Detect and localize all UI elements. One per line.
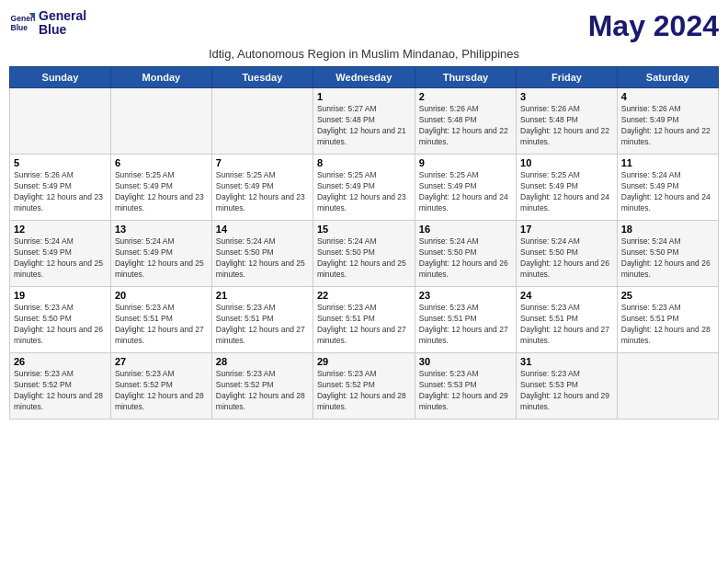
calendar-cell: 21Sunrise: 5:23 AMSunset: 5:51 PMDayligh… [211, 287, 313, 353]
day-info: Sunrise: 5:25 AMSunset: 5:49 PMDaylight:… [216, 170, 309, 214]
week-row-4: 26Sunrise: 5:23 AMSunset: 5:52 PMDayligh… [10, 353, 719, 419]
day-info: Sunrise: 5:23 AMSunset: 5:52 PMDaylight:… [14, 369, 107, 413]
day-number: 21 [216, 290, 309, 301]
calendar-cell: 10Sunrise: 5:25 AMSunset: 5:49 PMDayligh… [517, 155, 618, 221]
day-info: Sunrise: 5:26 AMSunset: 5:48 PMDaylight:… [520, 104, 613, 148]
svg-text:Blue: Blue [11, 23, 28, 32]
day-info: Sunrise: 5:26 AMSunset: 5:48 PMDaylight:… [419, 104, 512, 148]
day-number: 18 [621, 224, 714, 235]
calendar-cell: 25Sunrise: 5:23 AMSunset: 5:51 PMDayligh… [617, 287, 718, 353]
calendar-cell [110, 88, 211, 155]
weekday-header-saturday: Saturday [617, 67, 718, 88]
day-number: 12 [14, 224, 107, 235]
calendar-cell: 8Sunrise: 5:25 AMSunset: 5:49 PMDaylight… [313, 155, 415, 221]
day-info: Sunrise: 5:23 AMSunset: 5:51 PMDaylight:… [115, 303, 208, 347]
calendar-cell: 2Sunrise: 5:26 AMSunset: 5:48 PMDaylight… [415, 88, 516, 155]
day-number: 13 [115, 224, 208, 235]
month-title: May 2024 [588, 9, 719, 43]
calendar-cell: 1Sunrise: 5:27 AMSunset: 5:48 PMDaylight… [313, 88, 415, 155]
day-info: Sunrise: 5:24 AMSunset: 5:49 PMDaylight:… [14, 236, 107, 281]
calendar-cell [10, 88, 111, 155]
day-number: 26 [14, 356, 107, 367]
day-number: 15 [317, 224, 411, 235]
day-number: 23 [419, 290, 512, 301]
weekday-header-monday: Monday [110, 67, 211, 88]
weekday-header-sunday: Sunday [10, 67, 111, 88]
calendar-cell: 27Sunrise: 5:23 AMSunset: 5:52 PMDayligh… [110, 353, 211, 419]
day-number: 28 [216, 356, 309, 367]
day-info: Sunrise: 5:23 AMSunset: 5:51 PMDaylight:… [621, 303, 714, 347]
logo: General Blue General Blue [9, 9, 86, 38]
day-info: Sunrise: 5:24 AMSunset: 5:50 PMDaylight:… [419, 236, 512, 281]
day-info: Sunrise: 5:24 AMSunset: 5:49 PMDaylight:… [621, 170, 714, 214]
day-number: 24 [520, 290, 613, 301]
day-info: Sunrise: 5:26 AMSunset: 5:49 PMDaylight:… [14, 170, 107, 214]
day-number: 9 [419, 157, 512, 168]
day-number: 6 [115, 157, 208, 168]
day-info: Sunrise: 5:25 AMSunset: 5:49 PMDaylight:… [419, 170, 512, 214]
day-info: Sunrise: 5:23 AMSunset: 5:51 PMDaylight:… [419, 303, 512, 347]
day-number: 8 [317, 157, 411, 168]
calendar-cell: 26Sunrise: 5:23 AMSunset: 5:52 PMDayligh… [10, 353, 111, 419]
day-info: Sunrise: 5:25 AMSunset: 5:49 PMDaylight:… [115, 170, 208, 214]
day-number: 11 [621, 157, 714, 168]
day-info: Sunrise: 5:27 AMSunset: 5:48 PMDaylight:… [317, 104, 411, 148]
calendar-cell: 28Sunrise: 5:23 AMSunset: 5:52 PMDayligh… [211, 353, 313, 419]
calendar-cell: 23Sunrise: 5:23 AMSunset: 5:51 PMDayligh… [415, 287, 516, 353]
calendar-table: SundayMondayTuesdayWednesdayThursdayFrid… [9, 66, 719, 419]
calendar-cell: 16Sunrise: 5:24 AMSunset: 5:50 PMDayligh… [415, 221, 516, 287]
day-number: 1 [317, 91, 411, 102]
calendar-cell: 12Sunrise: 5:24 AMSunset: 5:49 PMDayligh… [10, 221, 111, 287]
day-number: 22 [317, 290, 411, 301]
calendar-cell: 13Sunrise: 5:24 AMSunset: 5:49 PMDayligh… [110, 221, 211, 287]
day-info: Sunrise: 5:23 AMSunset: 5:53 PMDaylight:… [419, 369, 512, 413]
calendar-cell: 14Sunrise: 5:24 AMSunset: 5:50 PMDayligh… [211, 221, 313, 287]
day-info: Sunrise: 5:25 AMSunset: 5:49 PMDaylight:… [317, 170, 411, 214]
logo-text-line2: Blue [39, 23, 86, 37]
day-number: 5 [14, 157, 107, 168]
day-number: 3 [520, 91, 613, 102]
svg-text:General: General [11, 15, 35, 24]
week-row-2: 12Sunrise: 5:24 AMSunset: 5:49 PMDayligh… [10, 221, 719, 287]
day-info: Sunrise: 5:23 AMSunset: 5:51 PMDaylight:… [317, 303, 411, 347]
calendar-cell: 17Sunrise: 5:24 AMSunset: 5:50 PMDayligh… [517, 221, 618, 287]
day-number: 30 [419, 356, 512, 367]
day-info: Sunrise: 5:25 AMSunset: 5:49 PMDaylight:… [520, 170, 613, 214]
calendar-cell: 29Sunrise: 5:23 AMSunset: 5:52 PMDayligh… [313, 353, 415, 419]
logo-icon: General Blue [9, 10, 35, 36]
calendar-cell: 30Sunrise: 5:23 AMSunset: 5:53 PMDayligh… [415, 353, 516, 419]
calendar-cell: 31Sunrise: 5:23 AMSunset: 5:53 PMDayligh… [517, 353, 618, 419]
weekday-header-friday: Friday [517, 67, 618, 88]
day-number: 4 [621, 91, 714, 102]
subtitle: Idtig, Autonomous Region in Muslim Minda… [9, 47, 719, 61]
day-info: Sunrise: 5:24 AMSunset: 5:50 PMDaylight:… [520, 236, 613, 281]
logo-text-line1: General [39, 9, 86, 23]
day-number: 2 [419, 91, 512, 102]
day-info: Sunrise: 5:23 AMSunset: 5:51 PMDaylight:… [520, 303, 613, 347]
header: General Blue General Blue May 2024 [9, 9, 719, 43]
calendar-cell: 15Sunrise: 5:24 AMSunset: 5:50 PMDayligh… [313, 221, 415, 287]
calendar-cell: 19Sunrise: 5:23 AMSunset: 5:50 PMDayligh… [10, 287, 111, 353]
day-number: 31 [520, 356, 613, 367]
weekday-header-tuesday: Tuesday [211, 67, 313, 88]
day-info: Sunrise: 5:24 AMSunset: 5:50 PMDaylight:… [621, 236, 714, 281]
day-info: Sunrise: 5:23 AMSunset: 5:52 PMDaylight:… [216, 369, 309, 413]
weekday-header-thursday: Thursday [415, 67, 516, 88]
day-number: 10 [520, 157, 613, 168]
day-info: Sunrise: 5:23 AMSunset: 5:50 PMDaylight:… [14, 303, 107, 347]
day-number: 29 [317, 356, 411, 367]
calendar-cell: 22Sunrise: 5:23 AMSunset: 5:51 PMDayligh… [313, 287, 415, 353]
calendar-cell: 18Sunrise: 5:24 AMSunset: 5:50 PMDayligh… [617, 221, 718, 287]
day-number: 7 [216, 157, 309, 168]
day-number: 20 [115, 290, 208, 301]
weekday-header-row: SundayMondayTuesdayWednesdayThursdayFrid… [10, 67, 719, 88]
calendar-cell: 3Sunrise: 5:26 AMSunset: 5:48 PMDaylight… [517, 88, 618, 155]
calendar-cell: 11Sunrise: 5:24 AMSunset: 5:49 PMDayligh… [617, 155, 718, 221]
day-number: 16 [419, 224, 512, 235]
day-info: Sunrise: 5:24 AMSunset: 5:50 PMDaylight:… [317, 236, 411, 281]
day-info: Sunrise: 5:23 AMSunset: 5:51 PMDaylight:… [216, 303, 309, 347]
calendar-cell: 4Sunrise: 5:26 AMSunset: 5:49 PMDaylight… [617, 88, 718, 155]
weekday-header-wednesday: Wednesday [313, 67, 415, 88]
day-info: Sunrise: 5:24 AMSunset: 5:50 PMDaylight:… [216, 236, 309, 281]
day-info: Sunrise: 5:26 AMSunset: 5:49 PMDaylight:… [621, 104, 714, 148]
